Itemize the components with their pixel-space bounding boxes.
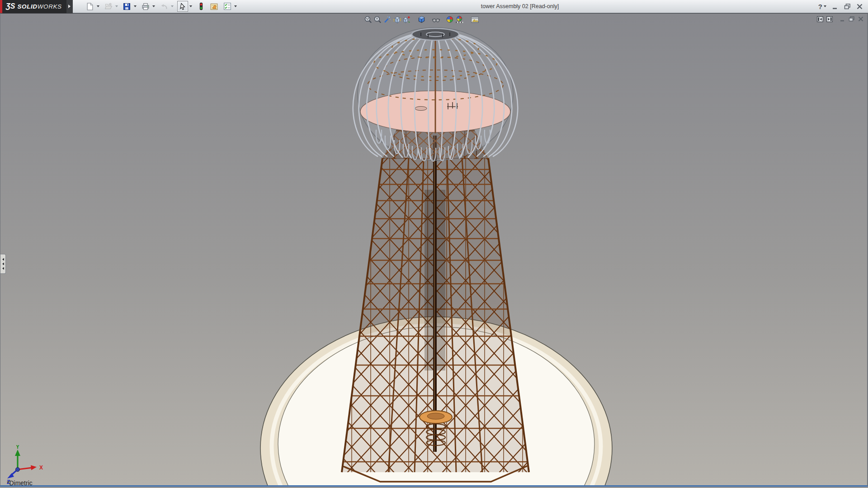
electrode-dome	[353, 28, 518, 161]
eyeglasses-icon	[432, 16, 440, 23]
heads-up-view-toolbar	[363, 14, 480, 24]
print-group	[140, 1, 156, 12]
undo-dropdown[interactable]	[170, 1, 175, 12]
open-dropdown[interactable]	[114, 1, 119, 12]
shaded-cube-icon	[417, 15, 425, 23]
magic-wand-icon	[383, 16, 391, 23]
brand-logo: ƷS SOLIDWORKS	[2, 0, 66, 13]
minimize-button[interactable]	[832, 4, 838, 9]
checklist-button[interactable]	[222, 1, 233, 12]
save-floppy-icon	[123, 3, 131, 10]
checklist-group	[222, 1, 238, 12]
view-orientation-label: *Dimetric	[7, 479, 33, 487]
display-style-icon	[402, 16, 410, 23]
window-controls: ?	[818, 0, 863, 13]
view-settings-button[interactable]	[470, 15, 480, 24]
new-document-icon	[86, 3, 94, 10]
graphics-viewport[interactable]: Y X Z *Dimetric	[0, 13, 868, 487]
traffic-light-group	[196, 1, 207, 12]
view-orientation-button[interactable]	[392, 15, 401, 24]
select-tool-button[interactable]	[177, 1, 188, 12]
tower-lattice	[342, 136, 529, 482]
brand-text-light: WORKS	[38, 3, 62, 10]
apply-scene-button[interactable]	[454, 15, 464, 24]
help-dropdown-caret	[824, 5, 826, 7]
save-button[interactable]	[122, 1, 132, 12]
appearance-ball-icon	[446, 15, 454, 23]
zoom-to-area-icon	[374, 16, 382, 23]
select-group	[177, 1, 193, 12]
next-pane-button[interactable]	[826, 16, 833, 22]
open-button[interactable]	[103, 1, 114, 12]
display-style-button[interactable]	[401, 15, 411, 24]
save-group	[122, 1, 138, 12]
brand-glyph: ƷS	[6, 2, 15, 10]
select-tool-dropdown[interactable]	[188, 1, 193, 12]
traffic-light-icon	[198, 2, 204, 10]
brand-text-bold: SOLID	[17, 3, 37, 10]
select-cursor-icon	[179, 3, 186, 10]
zoom-to-fit-icon	[364, 16, 372, 23]
help-button[interactable]: ?	[818, 3, 826, 10]
close-button[interactable]	[857, 4, 863, 9]
edit-appearance-button[interactable]	[445, 15, 454, 24]
open-group	[103, 1, 119, 12]
checklist-dropdown[interactable]	[233, 1, 238, 12]
help-icon: ?	[818, 3, 822, 10]
restore-button[interactable]	[844, 4, 851, 9]
save-dropdown[interactable]	[132, 1, 138, 12]
traffic-light-button[interactable]	[196, 1, 207, 12]
zoom-to-area-button[interactable]	[373, 15, 382, 24]
undo-group	[159, 1, 175, 12]
shaded-cube-button[interactable]	[416, 15, 426, 24]
print-dropdown[interactable]	[151, 1, 156, 12]
print-icon	[142, 3, 150, 10]
new-document-dropdown[interactable]	[95, 1, 101, 12]
open-folder-icon	[104, 3, 113, 10]
tower-assembly-model	[0, 14, 867, 485]
magic-wand-button[interactable]	[382, 15, 392, 24]
feature-manager-flyout-tab[interactable]	[0, 254, 6, 274]
zoom-to-fit-button[interactable]	[363, 15, 373, 24]
note-button[interactable]	[209, 1, 220, 12]
title-bar: ƷS SOLIDWORKS	[0, 0, 868, 13]
restore-document-button[interactable]	[849, 16, 855, 22]
hide-show-items-button[interactable]	[431, 15, 441, 24]
menu-expand-tab[interactable]	[66, 0, 73, 13]
note-hand-icon	[210, 2, 218, 10]
undo-arrow-icon	[160, 3, 168, 10]
chevron-left-icon	[2, 258, 4, 261]
window-title: tower Assembly 02 [Read-only]	[481, 3, 559, 9]
note-group	[209, 1, 220, 12]
checklist-icon	[223, 2, 231, 10]
undo-button[interactable]	[159, 1, 170, 12]
chevron-left-icon	[2, 267, 4, 270]
close-document-button[interactable]	[858, 16, 863, 22]
view-orientation-icon	[393, 16, 401, 23]
triad-x-label: X	[39, 465, 43, 471]
document-window-controls	[817, 14, 863, 23]
new-document-button[interactable]	[85, 1, 95, 12]
chevron-left-icon	[2, 263, 4, 265]
triad-y-label: Y	[16, 445, 19, 450]
minimize-document-button[interactable]	[840, 16, 845, 22]
previous-pane-button[interactable]	[817, 16, 823, 22]
print-button[interactable]	[140, 1, 151, 12]
apply-scene-icon	[455, 15, 463, 23]
chevron-right-icon	[68, 5, 71, 8]
new-document-group	[85, 1, 101, 12]
view-settings-icon	[471, 16, 479, 23]
